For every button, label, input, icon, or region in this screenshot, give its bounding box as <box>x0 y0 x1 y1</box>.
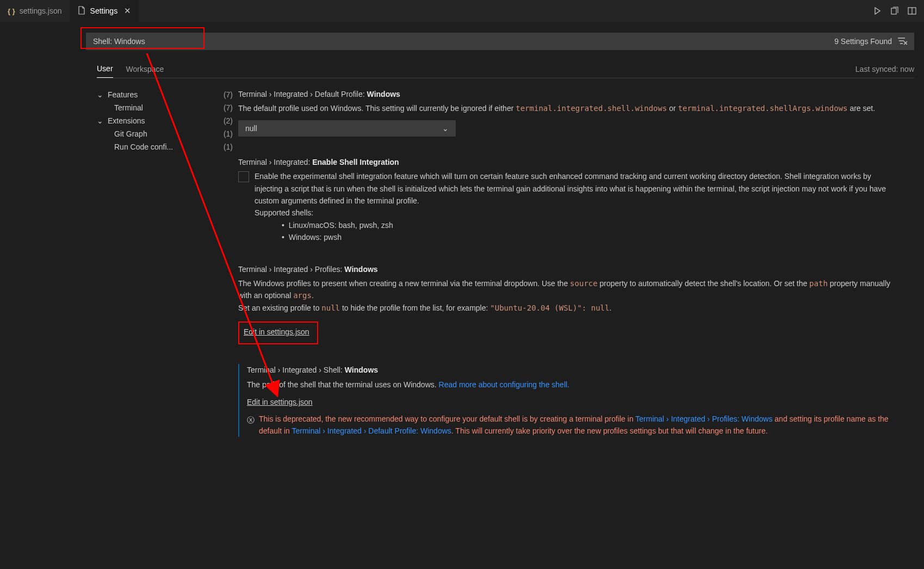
editor-tabs: { } settings.json Settings ✕ <box>0 0 924 22</box>
settings-list: Terminal › Integrated › Default Profile:… <box>233 88 914 456</box>
deprecation-message: This is deprecated, the new recommended … <box>259 413 892 437</box>
bullet: • Linux/macOS: bash, pwsh, zsh <box>282 219 892 231</box>
tab-label: settings.json <box>20 7 62 15</box>
setting-title: Terminal › Integrated › Shell: Windows <box>247 364 892 376</box>
deprecation-link-default-profile[interactable]: Terminal › Integrated › Default Profile:… <box>292 426 451 435</box>
search-results-count: 9 Settings Found <box>834 36 907 47</box>
setting-description: Enable the experimental shell integratio… <box>255 170 892 243</box>
toc-features[interactable]: ⌄ Features (7) <box>97 88 233 101</box>
setting-title: Terminal › Integrated › Profiles: Window… <box>238 263 892 275</box>
run-icon[interactable] <box>873 7 882 15</box>
setting-title: Terminal › Integrated: Enable Shell Inte… <box>238 156 892 168</box>
open-json-icon[interactable] <box>890 7 899 15</box>
edit-in-settings-json-link[interactable]: Edit in settings.json <box>244 327 309 336</box>
settings-toc: ⌄ Features (7) Terminal (7) ⌄ Extensions… <box>97 88 233 456</box>
editor-actions <box>873 7 924 15</box>
bullet: • Windows: pwsh <box>282 231 892 243</box>
annotation-highlight-edit: Edit in settings.json <box>238 321 318 344</box>
setting-profiles-windows: Terminal › Integrated › Profiles: Window… <box>238 263 892 345</box>
setting-checkbox[interactable] <box>238 171 249 182</box>
split-editor-icon[interactable] <box>908 7 916 15</box>
chevron-down-icon: ⌄ <box>97 90 108 99</box>
json-icon: { } <box>8 7 15 15</box>
deprecation-link-profiles[interactable]: Terminal › Integrated › Profiles: Window… <box>635 415 772 423</box>
error-icon: ⓧ <box>247 414 255 437</box>
setting-description: The path of the shell that the terminal … <box>247 379 892 391</box>
svg-rect-0 <box>891 8 896 14</box>
settings-search-input[interactable]: Shell: Windows 9 Settings Found <box>86 33 914 50</box>
read-more-link[interactable]: Read more about configuring the shell. <box>439 380 569 389</box>
chevron-down-icon: ⌄ <box>97 116 108 125</box>
toc-runcode[interactable]: Run Code confi... (1) <box>97 140 233 153</box>
toc-gitgraph[interactable]: Git Graph (1) <box>97 127 233 140</box>
chevron-down-icon: ⌄ <box>442 122 449 134</box>
setting-description: The Windows profiles to present when cre… <box>238 277 892 314</box>
search-value: Shell: Windows <box>93 37 145 46</box>
tab-settings[interactable]: Settings ✕ <box>70 0 139 22</box>
settings-search-row: Shell: Windows 9 Settings Found <box>86 33 914 50</box>
scope-tabs: User Workspace Last synced: now <box>97 60 914 78</box>
edit-in-settings-json-link[interactable]: Edit in settings.json <box>247 398 313 406</box>
setting-description: The default profile used on Windows. Thi… <box>238 102 892 114</box>
tab-settings-json[interactable]: { } settings.json <box>0 0 70 22</box>
toc-extensions[interactable]: ⌄ Extensions (2) <box>97 114 233 127</box>
last-synced-label: Last synced: now <box>855 65 914 73</box>
toc-terminal[interactable]: Terminal (7) <box>97 101 233 114</box>
setting-select[interactable]: null ⌄ <box>238 120 456 137</box>
setting-default-profile-windows: Terminal › Integrated › Default Profile:… <box>238 88 892 137</box>
clear-filter-icon[interactable] <box>897 36 907 47</box>
scope-user[interactable]: User <box>97 60 113 78</box>
setting-enable-shell-integration: Terminal › Integrated: Enable Shell Inte… <box>238 156 892 244</box>
page-icon <box>77 6 86 16</box>
setting-shell-windows: Terminal › Integrated › Shell: Windows T… <box>238 364 892 437</box>
setting-title: Terminal › Integrated › Default Profile:… <box>238 88 892 100</box>
close-icon[interactable]: ✕ <box>124 6 131 16</box>
tab-label: Settings <box>90 7 118 15</box>
scope-workspace[interactable]: Workspace <box>126 60 164 78</box>
